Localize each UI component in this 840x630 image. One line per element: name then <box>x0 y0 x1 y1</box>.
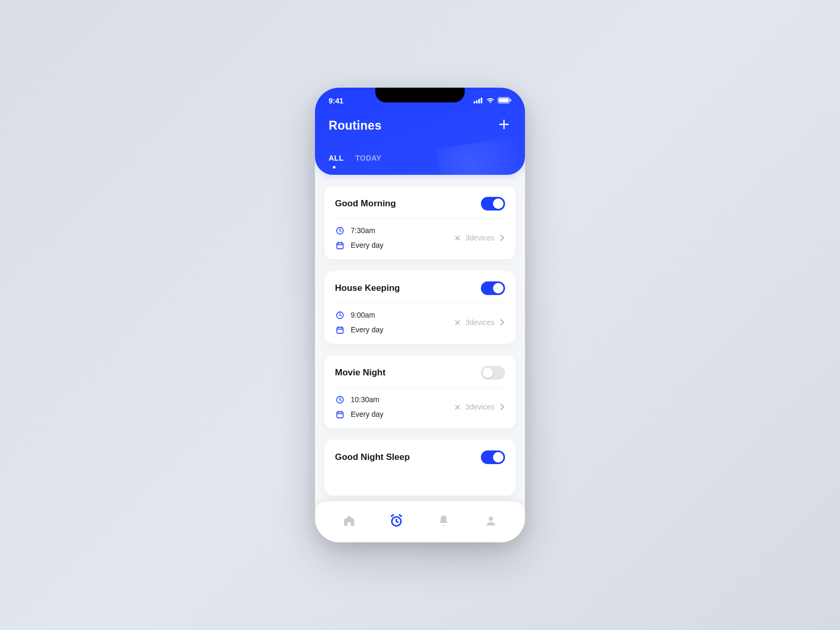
routine-time-row: 7:30am <box>335 226 383 235</box>
home-icon <box>342 514 356 530</box>
status-bar: 9:41 <box>329 95 511 107</box>
routine-repeat-row: Every day <box>335 325 383 334</box>
tab-today-label: TODAY <box>355 154 382 162</box>
routine-meta: 7:30am Every day <box>335 226 383 250</box>
devices-label: 3devices <box>466 234 495 242</box>
routine-repeat-row: Every day <box>335 410 383 419</box>
phone-frame: 9:41 Routines ALL <box>315 88 525 542</box>
routine-toggle[interactable] <box>481 450 505 464</box>
chevron-right-icon <box>500 318 505 327</box>
toggle-knob <box>482 368 493 378</box>
close-icon <box>455 235 460 241</box>
svg-rect-24 <box>337 412 343 417</box>
tab-all[interactable]: ALL <box>329 154 344 165</box>
calendar-icon <box>335 325 344 334</box>
svg-point-35 <box>489 517 493 521</box>
routine-devices[interactable]: 3devices <box>455 403 505 411</box>
page-title: Routines <box>329 119 382 133</box>
svg-line-34 <box>400 515 402 517</box>
routine-repeat: Every day <box>351 326 383 334</box>
card-header: House Keeping <box>335 281 505 303</box>
add-routine-button[interactable] <box>497 118 511 133</box>
svg-rect-2 <box>478 99 480 104</box>
routine-title: Good Night Sleep <box>335 452 410 463</box>
routine-time-row: 9:00am <box>335 310 383 320</box>
card-body: 10:30am Every day 3devices <box>335 387 505 419</box>
routine-repeat-row: Every day <box>335 240 383 250</box>
svg-rect-3 <box>481 98 482 103</box>
toggle-knob <box>493 452 503 463</box>
devices-label: 3devices <box>466 318 495 327</box>
clock-icon <box>335 226 344 235</box>
card-header: Good Morning <box>335 197 505 218</box>
routine-card[interactable]: House Keeping 9:00am Every da <box>324 271 516 344</box>
svg-rect-1 <box>476 100 478 103</box>
routine-title: Good Morning <box>335 198 396 209</box>
svg-rect-6 <box>510 99 511 102</box>
tab-today[interactable]: TODAY <box>355 154 382 165</box>
status-time: 9:41 <box>329 97 343 105</box>
card-header: Movie Night <box>335 366 505 387</box>
routine-toggle[interactable] <box>481 197 505 211</box>
routine-devices[interactable]: 3devices <box>455 318 505 327</box>
routine-time-row: 10:30am <box>335 395 383 404</box>
devices-label: 3devices <box>466 403 495 411</box>
cellular-icon <box>474 97 483 105</box>
routine-repeat: Every day <box>351 241 383 249</box>
chevron-right-icon <box>500 234 505 242</box>
toggle-knob <box>493 283 503 293</box>
calendar-icon <box>335 240 344 250</box>
routine-time: 7:30am <box>351 226 375 235</box>
clock-icon <box>335 395 344 404</box>
plus-icon <box>498 118 510 133</box>
alarm-clock-icon <box>389 513 404 530</box>
close-icon <box>455 404 460 410</box>
routine-meta: 9:00am Every day <box>335 310 383 334</box>
routine-card[interactable]: Good Night Sleep <box>324 440 516 496</box>
wifi-icon <box>486 97 495 105</box>
nav-notifications[interactable] <box>431 509 456 534</box>
nav-profile[interactable] <box>478 509 503 534</box>
routine-list[interactable]: Good Morning 7:30am Every day <box>315 175 525 496</box>
nav-routines[interactable] <box>384 509 409 534</box>
card-body: 9:00am Every day 3devices <box>335 303 505 334</box>
chevron-right-icon <box>500 403 505 411</box>
card-body: 7:30am Every day 3devices <box>335 218 505 250</box>
tab-all-label: ALL <box>329 154 344 162</box>
svg-rect-10 <box>337 243 343 248</box>
svg-rect-17 <box>337 327 343 333</box>
bottom-nav <box>315 501 525 542</box>
routine-title: Movie Night <box>335 368 385 378</box>
routine-toggle[interactable] <box>481 366 505 380</box>
routine-time: 10:30am <box>351 395 379 404</box>
bell-icon <box>437 514 450 529</box>
routine-card[interactable]: Good Morning 7:30am Every day <box>324 186 516 259</box>
routine-repeat: Every day <box>351 410 383 418</box>
clock-icon <box>335 310 344 320</box>
title-row: Routines <box>329 118 511 133</box>
person-icon <box>485 514 497 529</box>
toggle-knob <box>493 198 503 209</box>
routine-card[interactable]: Movie Night 10:30am Every day <box>324 355 516 428</box>
routine-title: House Keeping <box>335 283 400 293</box>
app-header: 9:41 Routines ALL <box>315 88 525 175</box>
routine-toggle[interactable] <box>481 281 505 295</box>
svg-rect-5 <box>499 98 509 102</box>
routine-devices[interactable]: 3devices <box>455 234 505 242</box>
routine-meta: 10:30am Every day <box>335 395 383 419</box>
svg-line-33 <box>392 515 394 517</box>
header-tabs: ALL TODAY <box>329 154 511 165</box>
card-header: Good Night Sleep <box>335 450 505 464</box>
calendar-icon <box>335 410 344 419</box>
status-right-icons <box>474 97 511 105</box>
nav-home[interactable] <box>337 509 362 534</box>
battery-icon <box>498 97 511 105</box>
routine-time: 9:00am <box>351 311 375 319</box>
close-icon <box>455 320 460 326</box>
svg-rect-0 <box>474 101 475 103</box>
